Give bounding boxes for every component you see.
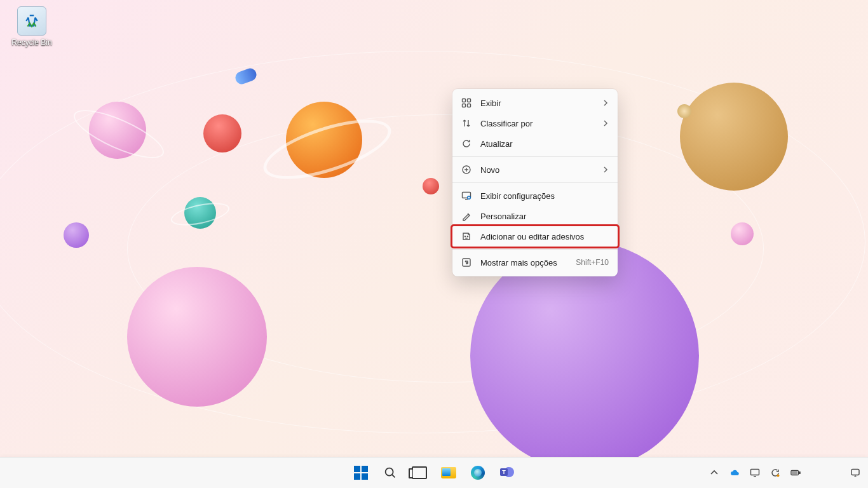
svg-point-8	[467, 236, 468, 236]
search-icon	[383, 466, 397, 480]
tray-onedrive[interactable]	[726, 460, 743, 485]
battery-icon	[790, 468, 801, 478]
chevron-right-icon	[602, 165, 609, 175]
personalize-icon	[461, 211, 471, 221]
wallpaper-blob	[423, 178, 439, 194]
taskbar: T	[0, 457, 868, 488]
new-icon	[461, 165, 471, 175]
menu-item-label: Atualizar	[480, 139, 609, 149]
recycle-bin-icon	[17, 6, 46, 36]
sort-icon	[461, 118, 471, 128]
menu-item-refresh[interactable]: Atualizar	[452, 133, 618, 154]
wallpaper-planet	[127, 267, 267, 407]
menu-item-label: Novo	[480, 165, 593, 175]
menu-item-view[interactable]: Exibir	[452, 93, 618, 113]
task-view-button[interactable]	[407, 460, 432, 485]
svg-point-7	[465, 236, 465, 236]
more-options-icon	[461, 257, 471, 268]
notification-icon	[850, 468, 860, 478]
wallpaper-cookie	[680, 83, 788, 191]
menu-item-label: Mostrar mais opções	[480, 258, 567, 268]
menu-item-label: Exibir configurações	[480, 191, 609, 201]
menu-item-shortcut: Shift+F10	[576, 258, 609, 267]
svg-point-10	[386, 468, 393, 476]
svg-rect-14	[799, 472, 800, 474]
tray-battery[interactable]	[787, 460, 804, 485]
desktop-icon-recycle-bin[interactable]: Recycle Bin	[6, 6, 57, 47]
svg-rect-15	[792, 471, 797, 474]
cloud-icon	[729, 468, 740, 478]
wallpaper-blob	[203, 114, 241, 152]
display-settings-icon	[461, 191, 471, 201]
start-button[interactable]	[348, 460, 374, 485]
menu-item-stickers[interactable]: Adicionar ou editar adesivos	[452, 226, 618, 247]
teams-button[interactable]: T	[494, 460, 520, 485]
wallpaper-cookie-bite	[677, 104, 691, 118]
menu-item-sort[interactable]: Classificar por	[452, 113, 618, 133]
tray-display[interactable]	[746, 460, 764, 485]
stickers-icon	[461, 231, 471, 241]
task-view-icon	[412, 466, 427, 479]
menu-item-personalize[interactable]: Personalizar	[452, 206, 618, 226]
monitor-icon	[750, 468, 760, 478]
recycle-bin-label: Recycle Bin	[6, 38, 57, 47]
edge-button[interactable]	[465, 460, 491, 485]
svg-rect-1	[468, 99, 471, 102]
wallpaper-blob	[731, 222, 754, 245]
svg-point-6	[468, 196, 471, 200]
menu-item-more-options[interactable]: Mostrar mais opções Shift+F10	[452, 252, 618, 273]
menu-separator	[452, 182, 618, 183]
svg-rect-0	[463, 99, 466, 102]
svg-point-12	[777, 475, 780, 477]
wallpaper-blob	[64, 222, 89, 248]
menu-item-display-settings[interactable]: Exibir configurações	[452, 186, 618, 206]
taskbar-tray	[705, 458, 864, 488]
windows-logo-icon	[354, 466, 368, 480]
tray-notifications[interactable]	[846, 460, 864, 485]
menu-item-new[interactable]: Novo	[452, 159, 618, 180]
view-grid-icon	[461, 98, 471, 108]
teams-icon: T	[500, 466, 514, 480]
tray-chevron[interactable]	[705, 460, 723, 485]
svg-rect-3	[468, 104, 471, 107]
menu-item-label: Classificar por	[480, 119, 593, 128]
chevron-up-icon	[709, 468, 719, 478]
svg-rect-11	[751, 470, 759, 475]
edge-icon	[471, 466, 485, 480]
chevron-right-icon	[602, 119, 609, 128]
menu-item-label: Personalizar	[480, 212, 609, 221]
refresh-icon	[461, 139, 471, 149]
menu-item-label: Exibir	[480, 98, 593, 108]
desktop-context-menu: Exibir Classificar por Atualizar	[452, 89, 618, 276]
menu-separator	[452, 156, 618, 157]
sync-alert-icon	[770, 468, 780, 478]
menu-item-label: Adicionar ou editar adesivos	[480, 232, 609, 241]
taskbar-center: T	[348, 460, 520, 485]
svg-rect-2	[463, 104, 466, 107]
file-explorer-button[interactable]	[436, 460, 461, 485]
chevron-right-icon	[602, 98, 609, 108]
svg-rect-16	[851, 470, 859, 475]
search-button[interactable]	[377, 460, 403, 485]
tray-updates[interactable]	[766, 460, 784, 485]
tray-clock[interactable]	[807, 468, 844, 477]
menu-separator	[452, 249, 618, 250]
folder-icon	[441, 467, 456, 478]
